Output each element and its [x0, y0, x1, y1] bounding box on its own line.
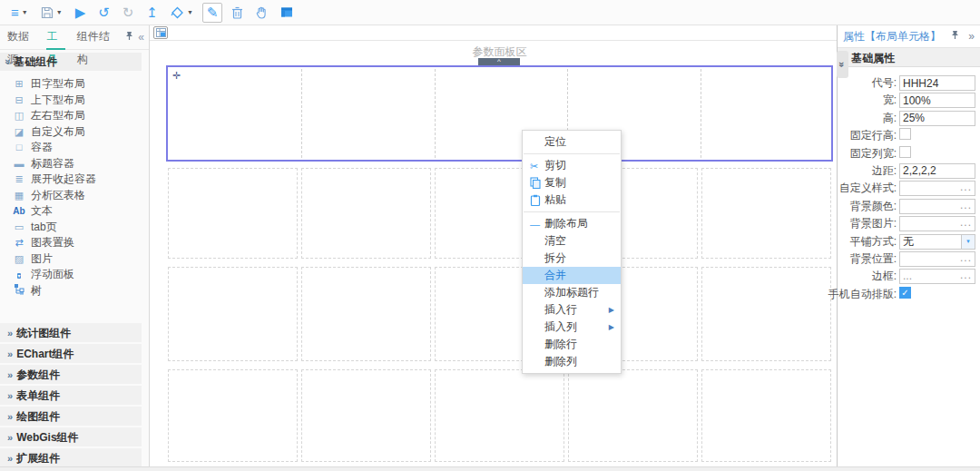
tile-mode-select[interactable]: 无▼ [899, 234, 975, 250]
report-tab[interactable] [153, 26, 168, 39]
horizontal-scrollbar[interactable] [0, 466, 980, 471]
menu-item-split[interactable]: 拆分 [523, 250, 621, 267]
select-caret-icon[interactable]: ▼ [961, 235, 975, 249]
section-basic-properties[interactable]: »基础属性 [838, 47, 980, 67]
tab-datasource[interactable]: 数据源 [7, 25, 34, 50]
section-webgis-components[interactable]: »WebGis组件 [0, 427, 142, 448]
fixed-col-width-checkbox[interactable] [899, 146, 911, 158]
grid-cell[interactable] [168, 369, 298, 462]
chart-swap-icon: ⇄ [12, 237, 26, 249]
width-field[interactable] [899, 93, 975, 108]
grid-cell[interactable] [168, 267, 298, 361]
grid-cell[interactable] [568, 369, 698, 462]
grid-cell[interactable] [701, 369, 831, 462]
bg-color-field[interactable]: ... [899, 199, 975, 214]
grid-cell[interactable] [170, 69, 298, 158]
pan-button[interactable] [252, 3, 271, 23]
section-parameter-components[interactable]: »参数组件 [0, 365, 142, 386]
menu-item-add-title-row[interactable]: 添加标题行 [523, 284, 621, 301]
margin-field[interactable] [899, 163, 975, 179]
bg-image-field[interactable]: ... [899, 216, 975, 231]
move-handle-icon[interactable]: ✛ [172, 71, 181, 81]
panel-splitter[interactable]: » [837, 51, 848, 78]
menu-item-cut[interactable]: ✂剪切 [523, 157, 621, 174]
grid-cell[interactable] [301, 267, 431, 361]
menu-item-delete-layout[interactable]: —删除布局 [523, 215, 621, 232]
menu-item-copy[interactable]: 复制 [523, 174, 621, 191]
section-form-components[interactable]: »表单组件 [0, 386, 142, 407]
sidebar-item-left-right-layout[interactable]: ◫左右型布局 [12, 108, 149, 124]
dropdown-caret-icon[interactable]: ▼ [56, 9, 63, 15]
main-menu-button[interactable]: ≡▼ [7, 3, 32, 23]
run-button[interactable]: ▶ [72, 3, 90, 23]
grid-cell[interactable] [701, 168, 831, 259]
section-extension-components[interactable]: »扩展组件 [0, 448, 142, 466]
collapse-panel-icon[interactable]: » [968, 30, 975, 43]
height-field[interactable] [899, 111, 975, 126]
delete-button[interactable] [228, 3, 247, 23]
sidebar-item-analysis-table[interactable]: ▦分析区表格 [12, 188, 149, 204]
left-right-layout-icon: ◫ [12, 110, 26, 122]
sidebar-item-chart-swap[interactable]: ⇄图表置换 [12, 235, 149, 251]
pin-icon[interactable] [125, 31, 133, 44]
bg-image-browse-button[interactable]: ... [960, 216, 972, 230]
sidebar-item-top-bottom-layout[interactable]: ⊟上下型布局 [12, 93, 149, 109]
menu-item-paste[interactable]: 粘贴 [523, 191, 621, 209]
grid-cell[interactable] [301, 369, 431, 462]
sidebar-item-container[interactable]: □容器 [12, 140, 149, 156]
menu-item-clear[interactable]: 清空 [523, 232, 621, 250]
bg-position-browse-button[interactable]: ... [960, 251, 972, 265]
panel-button[interactable] [277, 3, 297, 23]
grid-cell[interactable] [435, 369, 564, 462]
redo-button[interactable]: ↻ [119, 3, 138, 23]
sidebar-item-grid-layout[interactable]: ⊞田字型布局 [12, 76, 149, 93]
format-paint-button[interactable]: ▼ [167, 3, 197, 23]
collapse-panel-icon[interactable]: « [138, 31, 144, 44]
undo-button[interactable]: ↺ [94, 3, 113, 23]
sidebar-item-tab-page[interactable]: ▭tab页 [12, 220, 149, 236]
section-drawing-components[interactable]: »绘图组件 [0, 407, 142, 427]
section-basic-components[interactable]: »基础组件 [0, 53, 142, 71]
edit-button[interactable]: ✎ [202, 3, 223, 23]
custom-style-field[interactable]: ... [899, 181, 975, 196]
param-area-collapse-handle[interactable]: ^ [478, 58, 520, 65]
publish-button[interactable]: ↥ [142, 3, 162, 23]
sidebar-item-label: 上下型布局 [31, 93, 85, 108]
sidebar-item-tree[interactable]: 树 [12, 283, 149, 299]
custom-style-browse-button[interactable]: ... [960, 181, 972, 194]
sidebar-item-custom-layout[interactable]: ◪自定义布局 [12, 124, 149, 141]
save-button[interactable]: ▼ [37, 3, 66, 23]
code-field[interactable] [899, 75, 975, 91]
border-field[interactable]: ...... [899, 269, 975, 284]
mobile-auto-layout-checkbox[interactable]: ✓ [899, 287, 911, 299]
menu-item-insert-column[interactable]: 插入列▶ [523, 319, 621, 336]
border-browse-button[interactable]: ... [960, 269, 972, 282]
dropdown-caret-icon[interactable]: ▼ [187, 9, 193, 15]
pin-icon[interactable] [951, 30, 959, 43]
sidebar-item-image[interactable]: ▨图片 [12, 251, 149, 268]
sidebar-item-float-panel[interactable]: ▾浮动面板 [12, 267, 149, 283]
grid-cell[interactable] [701, 69, 829, 158]
sidebar-item-collapse-container[interactable]: ≣展开收起容器 [12, 172, 149, 188]
menu-item-position[interactable]: 定位 [523, 133, 621, 151]
menu-item-delete-column[interactable]: 删除列 [523, 353, 621, 370]
grid-cell[interactable] [301, 69, 430, 158]
grid-row-selected[interactable]: ✛ [166, 65, 833, 162]
dropdown-caret-icon[interactable]: ▼ [22, 9, 28, 15]
section-echart-components[interactable]: »EChart组件 [0, 344, 142, 365]
menu-item-merge[interactable]: 合并 [523, 267, 621, 284]
bg-color-browse-button[interactable]: ... [960, 199, 972, 212]
tab-tools[interactable]: 工具 [46, 25, 64, 50]
grid-cell[interactable] [701, 267, 831, 361]
grid-cell[interactable] [301, 168, 431, 259]
bg-position-field[interactable]: ... [899, 251, 975, 267]
fixed-row-height-checkbox[interactable] [899, 128, 911, 140]
menu-item-insert-row[interactable]: 插入行▶ [523, 301, 621, 319]
sidebar-item-title-container[interactable]: ▬标题容器 [12, 156, 149, 172]
section-stat-chart-components[interactable]: »统计图组件 [0, 323, 142, 344]
tab-structure[interactable]: 组件结构 [77, 25, 114, 50]
grid-cell[interactable] [168, 168, 298, 259]
sidebar-item-text[interactable]: Ab文本 [12, 203, 149, 220]
menu-item-label: 删除列 [544, 354, 577, 369]
menu-item-delete-row[interactable]: 删除行 [523, 336, 621, 353]
